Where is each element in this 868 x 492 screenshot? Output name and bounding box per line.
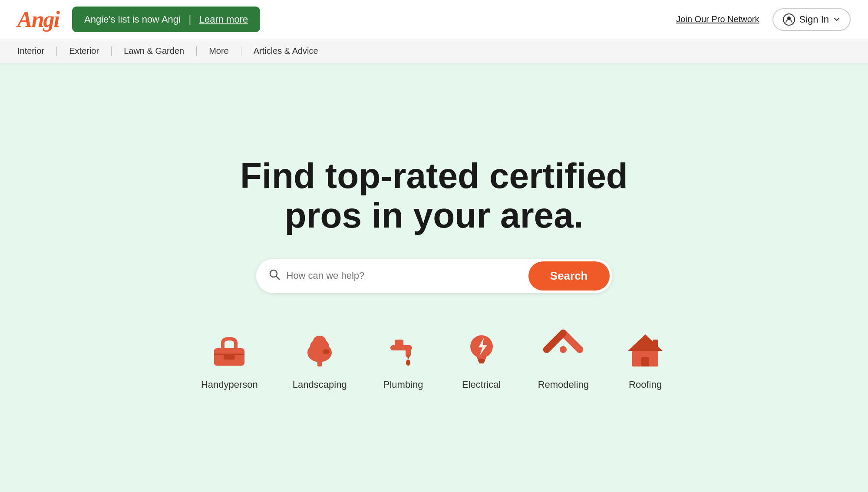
svg-point-9	[313, 336, 326, 347]
header-right: Join Our Pro Network Sign In	[676, 8, 851, 31]
banner-divider: |	[188, 13, 191, 26]
nav-item-lawn-garden[interactable]: Lawn & Garden	[112, 39, 196, 63]
service-item-landscaping[interactable]: Landscaping	[293, 328, 347, 390]
hero-section: Find top-rated certified pros in your ar…	[0, 63, 868, 492]
service-label-remodeling: Remodeling	[538, 379, 589, 390]
svg-rect-24	[641, 357, 649, 367]
svg-rect-13	[395, 340, 403, 347]
svg-point-10	[323, 349, 330, 354]
svg-point-1	[270, 270, 277, 277]
toolbox-icon	[208, 328, 251, 371]
service-item-roofing[interactable]: Roofing	[624, 328, 667, 390]
hero-title: Find top-rated certified pros in your ar…	[228, 156, 640, 234]
search-input[interactable]	[287, 270, 528, 281]
sign-in-label: Sign In	[799, 14, 829, 25]
service-item-electrical[interactable]: Electrical	[460, 328, 503, 390]
svg-line-2	[276, 276, 279, 279]
svg-rect-4	[224, 354, 235, 360]
svg-point-14	[406, 360, 410, 366]
service-categories: Handyperson Landscaping	[201, 328, 667, 390]
service-label-landscaping: Landscaping	[293, 379, 347, 390]
announcement-text: Angie's list is now Angi	[84, 14, 181, 25]
search-container: Search	[256, 259, 612, 293]
service-item-handyperson[interactable]: Handyperson	[201, 328, 258, 390]
learn-more-link[interactable]: Learn more	[199, 14, 248, 25]
service-item-remodeling[interactable]: Remodeling	[538, 328, 589, 390]
service-label-roofing: Roofing	[629, 379, 662, 390]
nav-item-articles[interactable]: Articles & Advice	[241, 39, 330, 63]
service-item-plumbing[interactable]: Plumbing	[382, 328, 425, 390]
service-label-electrical: Electrical	[462, 379, 501, 390]
chevron-down-icon	[833, 14, 840, 25]
svg-rect-25	[653, 340, 658, 351]
tree-icon	[298, 328, 341, 371]
nav-item-more[interactable]: More	[197, 39, 241, 63]
faucet-icon	[382, 328, 425, 371]
remodeling-icon	[541, 328, 585, 371]
svg-point-21	[560, 346, 567, 353]
svg-rect-18	[479, 361, 484, 363]
nav-item-interior[interactable]: Interior	[17, 39, 56, 63]
service-label-handyperson: Handyperson	[201, 379, 258, 390]
user-icon	[783, 13, 795, 26]
electrical-icon	[460, 328, 503, 371]
header: Angi Angie's list is now Angi | Learn mo…	[0, 0, 868, 39]
join-pro-link[interactable]: Join Our Pro Network	[676, 14, 759, 24]
nav-item-exterior[interactable]: Exterior	[57, 39, 111, 63]
sign-in-button[interactable]: Sign In	[772, 8, 851, 31]
announcement-banner: Angie's list is now Angi | Learn more	[72, 7, 260, 32]
angi-logo[interactable]: Angi	[17, 8, 59, 31]
search-button[interactable]: Search	[528, 261, 610, 291]
service-label-plumbing: Plumbing	[383, 379, 423, 390]
search-icon	[268, 268, 281, 284]
nav-bar: Interior Exterior Lawn & Garden More Art…	[0, 39, 868, 63]
svg-rect-16	[477, 356, 486, 360]
roofing-icon	[624, 328, 667, 371]
